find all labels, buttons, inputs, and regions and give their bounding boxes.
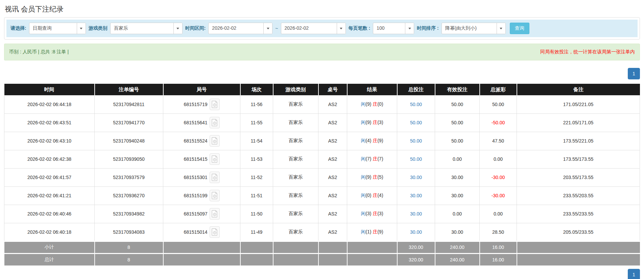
valid-bet-notice: 同局有效投注，统一计算在该局第一张注单内 [540,49,635,55]
currency-summary-text: 币别 : 人民币 | 总共 :8 注单 | [9,49,69,55]
chevron-down-icon [77,23,86,34]
cell-table-no: AS2 [318,113,347,132]
video-record-button[interactable] [210,172,220,183]
banker-score: (5) [377,174,383,180]
cell-result: 闲(7) 庄(7) [347,150,397,168]
table-row: 2026-02-02 06:44:18 523170942811 6815157… [4,95,640,113]
cell-bet-id: 523170937579 [95,168,163,186]
player-score: (4) [365,138,371,143]
pagination-bottom: 1 [4,269,640,279]
cell-total-bet[interactable]: 50.00 [397,150,435,168]
player-score: (9) [365,101,371,107]
cell-valid-bet: 30.00 [435,168,480,186]
cell-bet-id: 523170934083 [95,223,163,241]
cell-total-bet[interactable]: 50.00 [397,132,435,150]
cell-session: 11-49 [240,223,273,241]
date-to-select[interactable]: 2026-02-02 [281,23,346,34]
sort-select[interactable]: 降幂(由大到小) [442,23,506,34]
cell-remark: 233.55/233.55 [517,205,640,223]
round-id-text: 681515199 [184,193,207,198]
video-record-icon [212,119,218,126]
page-1-button-bottom[interactable]: 1 [628,269,640,279]
table-footer: 小计 8 320.00 240.00 16.00 总计 8 320.00 240… [4,241,640,265]
query-mode-select[interactable]: 日期查询 [29,23,86,34]
total-valid-bet: 240.00 [435,253,480,265]
banker-score: (9) [377,138,383,143]
cell-payout: 0.00 [480,150,517,168]
cell-total-bet[interactable]: 30.00 [397,205,435,223]
video-record-button[interactable] [210,226,220,238]
player-score: (1) [365,229,371,234]
cell-time: 2026-02-02 06:43:51 [4,113,95,132]
subtotal-label: 小计 [4,241,95,253]
round-id-text: 681515719 [184,102,207,107]
cell-total-bet[interactable]: 30.00 [397,186,435,205]
banker-score: (3) [377,120,383,125]
cell-time: 2026-02-02 06:41:21 [4,186,95,205]
col-session: 场次 [240,84,273,95]
cell-bet-id: 523170936270 [95,186,163,205]
cell-total-bet[interactable]: 30.00 [397,168,435,186]
video-record-button[interactable] [210,99,220,110]
chevron-down-icon [405,23,414,34]
video-record-button[interactable] [210,117,220,128]
table-row: 2026-02-02 06:42:38 523170939050 6815154… [4,150,640,168]
cell-bet-id: 523170942811 [95,95,163,113]
player-score: (0) [365,193,371,198]
cell-session: 11-51 [240,186,273,205]
cell-session: 11-53 [240,150,273,168]
total-count: 8 [95,253,163,265]
cell-round-id: 681515014 [163,223,240,241]
date-to-value: 2026-02-02 [281,23,337,34]
cell-round-id: 681515301 [163,168,240,186]
cell-total-bet[interactable]: 30.00 [397,223,435,241]
col-valid-bet: 有效投注 [435,84,480,95]
cell-total-bet[interactable]: 50.00 [397,95,435,113]
date-from-value: 2026-02-02 [209,23,263,34]
cell-round-id: 681515524 [163,132,240,150]
cell-game-type: 百家乐 [273,113,318,132]
date-from-select[interactable]: 2026-02-02 [208,23,272,34]
banker-label: 庄 [373,211,377,216]
search-button[interactable]: 查询 [510,23,529,34]
cell-table-no: AS2 [318,186,347,205]
cell-remark: 221.05/171.05 [517,113,640,132]
banker-score: (3) [377,211,383,216]
game-type-select[interactable]: 百家乐 [110,23,183,34]
player-score: (3) [365,211,371,216]
per-page-select[interactable]: 100 [373,23,414,34]
cell-game-type: 百家乐 [273,186,318,205]
total-label: 总计 [4,253,95,265]
cell-game-type: 百家乐 [273,223,318,241]
round-id-text: 681515641 [184,120,207,125]
cell-round-id: 681515719 [163,95,240,113]
per-page-value: 100 [373,23,405,34]
video-record-button[interactable] [210,208,220,220]
banker-label: 庄 [373,156,377,161]
cell-game-type: 百家乐 [273,150,318,168]
table-row: 2026-02-02 06:40:46 523170934982 6815150… [4,205,640,223]
video-record-button[interactable] [210,153,220,165]
page-1-button[interactable]: 1 [628,68,640,79]
total-row: 总计 8 320.00 240.00 16.00 [4,253,640,265]
cell-valid-bet: 50.00 [435,132,480,150]
video-record-button[interactable] [210,135,220,147]
table-row: 2026-02-02 06:43:10 523170940248 6815155… [4,132,640,150]
col-payout: 总派彩 [480,84,517,95]
cell-time: 2026-02-02 06:44:18 [4,95,95,113]
cell-result: 闲(4) 庄(9) [347,132,397,150]
cell-total-bet[interactable]: 50.00 [397,113,435,132]
table-row: 2026-02-02 06:41:57 523170937579 6815153… [4,168,640,186]
player-label: 闲 [361,174,365,180]
page: 视讯 会员下注纪录 请选择: 日期查询 游戏类别 百家乐 时间区间: 2026-… [0,0,644,279]
cell-result: 闲(9) 庄(5) [347,168,397,186]
cell-payout: 28.50 [480,223,517,241]
subtotal-valid-bet: 240.00 [435,241,480,253]
video-record-icon [212,101,218,108]
col-bet-id: 注单编号 [95,84,163,95]
page-title: 视讯 会员下注纪录 [4,0,640,17]
player-label: 闲 [361,156,365,161]
video-record-button[interactable] [210,190,220,201]
summary-bar: 币别 : 人民币 | 总共 :8 注单 | 同局有效投注，统一计算在该局第一张注… [4,44,640,60]
table-header: 时间 注单编号 局号 场次 游戏类别 桌号 结果 总投注 有效投注 总派彩 备注 [4,84,640,95]
